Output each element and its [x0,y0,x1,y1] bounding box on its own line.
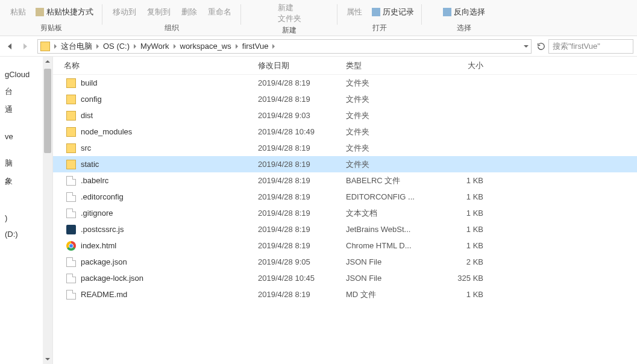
breadcrumb-chevron[interactable] [132,42,138,51]
copy-to-button[interactable]: 复制到 [143,5,174,19]
table-row[interactable]: static2019/4/28 8:19文件夹 [53,156,637,172]
folder-icon [66,95,76,104]
chrome-icon [66,241,76,251]
ribbon-group-label: 打开 [372,23,387,33]
file-type: MD 文件 [340,289,429,300]
sidebar-scrollbar[interactable] [43,57,52,364]
breadcrumb-segment[interactable]: workspace_ws [178,42,234,51]
column-date[interactable]: 修改日期 [252,57,340,74]
file-size: 325 KB [429,274,489,283]
address-bar[interactable]: 这台电脑OS (C:)MyWorkworkspace_wsfirstVue [37,39,532,54]
ribbon-group-label: 选择 [457,23,471,33]
breadcrumb-segment[interactable]: 这台电脑 [58,41,95,52]
file-size: 1 KB [429,176,489,185]
file-list: build2019/4/28 8:19文件夹config2019/4/28 8:… [53,75,637,364]
file-type: JSON File [340,257,429,266]
table-row[interactable]: build2019/4/28 8:19文件夹 [53,75,637,91]
file-date: 2019/4/28 8:19 [252,176,340,185]
file-name: config [81,95,102,104]
file-date: 2019/4/28 8:19 [252,143,340,152]
column-size[interactable]: 大小 [429,57,489,74]
breadcrumb-segment[interactable]: OS (C:) [101,42,132,51]
rename-button[interactable]: 重命名 [204,5,235,19]
address-row: 这台电脑OS (C:)MyWorkworkspace_wsfirstVue 搜索… [0,36,637,57]
arrow-left-icon [8,43,11,49]
file-date: 2019/4/28 10:49 [252,127,340,136]
file-type: EDITORCONFIG ... [340,192,429,201]
file-type: Chrome HTML D... [340,241,429,250]
file-name: static [81,160,99,169]
invert-select-button[interactable]: 反向选择 [441,6,488,18]
breadcrumb-segment[interactable]: MyWork [138,42,171,51]
folder-icon [66,127,76,137]
table-row[interactable]: index.html2019/4/28 8:19Chrome HTML D...… [53,237,637,254]
folder-icon [66,143,76,153]
table-row[interactable]: .postcssrc.js2019/4/28 8:19JetBrains Web… [53,221,637,237]
table-row[interactable]: node_modules2019/4/28 10:49文件夹 [53,124,637,140]
file-size: 1 KB [429,241,489,250]
history-button[interactable]: 历史记录 [369,6,416,18]
column-type[interactable]: 类型 [340,57,429,74]
file-size: 1 KB [429,290,489,299]
file-type: JetBrains WebSt... [340,225,429,234]
ws-icon [66,225,76,234]
breadcrumb-segment[interactable]: firstVue [240,42,271,51]
delete-button[interactable]: 删除 [178,5,201,19]
table-row[interactable]: config2019/4/28 8:19文件夹 [53,91,637,107]
file-name: .babelrc [81,176,108,185]
paste-shortcut-button[interactable]: 粘贴快捷方式 [33,6,96,18]
refresh-icon [537,42,545,51]
file-icon [66,192,76,202]
breadcrumb-chevron[interactable] [95,42,101,51]
table-row[interactable]: dist2019/4/28 9:03文件夹 [53,107,637,124]
file-icon [66,176,76,186]
file-date: 2019/4/28 9:03 [252,111,340,120]
file-size: 2 KB [429,257,489,266]
breadcrumb-chevron[interactable] [52,42,58,51]
file-type: 文件夹 [340,94,429,105]
file-name: dist [81,111,93,120]
scroll-down-icon [45,358,50,360]
folder-icon [66,111,76,121]
properties-button[interactable]: 属性 [343,5,366,19]
table-row[interactable]: README.md2019/4/28 8:19MD 文件1 KB [53,286,637,303]
file-name: README.md [81,290,127,299]
file-icon [66,290,76,300]
table-row[interactable]: .editorconfig2019/4/28 8:19EDITORCONFIG … [53,189,637,205]
file-date: 2019/4/28 8:19 [252,95,340,104]
refresh-button[interactable] [534,39,548,54]
scroll-up-icon [45,60,50,63]
table-row[interactable]: .gitignore2019/4/28 8:19文本文档1 KB [53,205,637,221]
breadcrumb-chevron[interactable] [172,42,178,51]
scrollbar-thumb[interactable] [44,69,51,153]
new-folder-button[interactable]: 新建 文件夹 [274,1,305,25]
table-row[interactable]: src2019/4/28 8:19文件夹 [53,140,637,156]
forward-button[interactable] [18,39,33,54]
breadcrumb-chevron[interactable] [234,42,240,51]
table-row[interactable]: package-lock.json2019/4/28 10:45JSON Fil… [53,270,637,286]
column-name[interactable]: 名称 [53,57,252,74]
search-placeholder: 搜索"firstVue" [553,41,600,52]
move-to-button[interactable]: 移动到 [109,5,140,19]
table-row[interactable]: package.json2019/4/28 9:05JSON File2 KB [53,254,637,270]
file-type: BABELRC 文件 [340,175,429,186]
back-button[interactable] [2,39,17,54]
file-date: 2019/4/28 9:05 [252,257,340,266]
file-type: 文件夹 [340,78,429,89]
search-input[interactable]: 搜索"firstVue" [548,39,633,54]
arrow-right-icon [24,43,27,49]
table-row[interactable]: .babelrc2019/4/28 8:19BABELRC 文件1 KB [53,172,637,189]
file-name: .postcssrc.js [81,225,124,234]
file-name: package-lock.json [81,274,143,283]
file-type: 文件夹 [340,143,429,154]
file-type: 文件夹 [340,110,429,121]
breadcrumb-chevron[interactable] [271,42,277,51]
address-dropdown-icon[interactable] [524,45,529,48]
sidebar: gCloud台通ve脑象)(D:) [0,57,53,364]
file-name: src [81,143,91,152]
ribbon-group-label: 组织 [165,23,179,33]
file-name: .gitignore [81,209,113,218]
file-date: 2019/4/28 8:19 [252,241,340,250]
file-date: 2019/4/28 10:45 [252,274,340,283]
paste-button[interactable]: 粘贴 [7,5,30,19]
